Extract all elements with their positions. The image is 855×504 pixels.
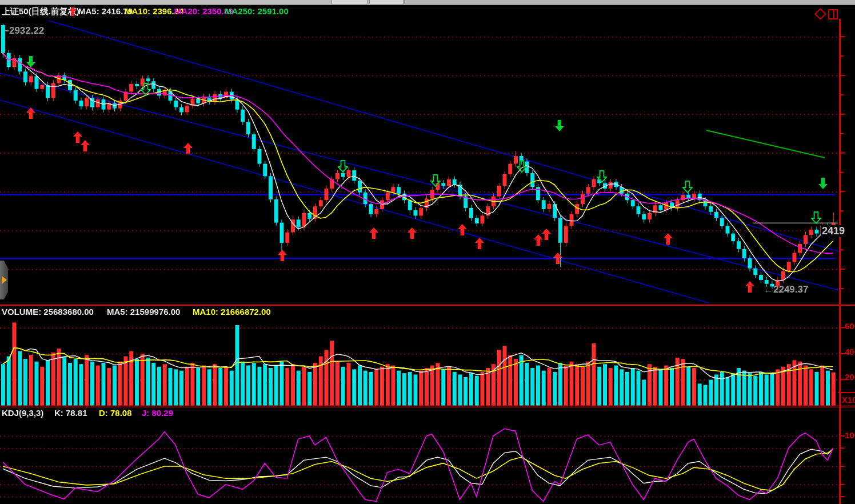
tile-windows-icon[interactable] [828, 9, 838, 19]
expand-arrow-icon [2, 276, 7, 284]
chart-window: 上证50(日线.前复权) MA5: 2416.79 MA10: 2396.34 … [0, 0, 855, 504]
volume-axis-label-6000: 6000 [845, 321, 855, 331]
buy-signal-arrow-icon [664, 233, 674, 245]
toolbar-fragment [404, 0, 855, 4]
buy-signal-arrow-icon [475, 238, 485, 249]
sell-signal-arrow-icon [818, 178, 829, 189]
sell-signal-arrow-icon [26, 56, 37, 67]
sell-signal-arrow-icon [682, 181, 693, 194]
buy-signal-arrow-icon [553, 253, 564, 264]
volume-ma10-value: MA10: 21666872.00 [193, 307, 271, 317]
volume-ma5-value: MA5: 21599976.00 [107, 307, 180, 317]
kdj-d-value: D: 78.08 [99, 408, 132, 418]
sell-signal-arrow-icon [811, 211, 821, 225]
buy-signal-arrow-icon [26, 107, 37, 119]
volume-axis-label-4000: 4000 [845, 347, 855, 357]
toolbar-strip [0, 0, 855, 5]
chart-canvas[interactable] [0, 0, 855, 504]
toolbar-button-fragment [331, 0, 367, 4]
sell-signal-arrow-icon [597, 170, 607, 183]
kdj-j-value: J: 80.29 [142, 408, 173, 418]
sell-signal-arrow-icon [141, 83, 151, 96]
symbol-title: 上证50(日线.前复权) [2, 6, 79, 17]
sell-signal-arrow-icon [517, 160, 527, 173]
buy-signal-arrow-icon [278, 250, 288, 261]
buy-signal-arrow-icon [369, 227, 379, 239]
buy-signal-arrow-icon [542, 229, 552, 240]
buy-signal-arrow-icon [407, 227, 418, 239]
sell-signal-arrow-icon [555, 120, 565, 131]
last-price-label: 2419 [821, 225, 846, 237]
ma250-value: MA250: 2591.00 [225, 6, 289, 16]
buy-signal-arrow-icon [81, 140, 91, 151]
sell-signal-arrow-icon [338, 160, 348, 173]
tile-divider [833, 10, 834, 18]
volume-value: VOLUME: 25683680.00 [2, 307, 94, 317]
volume-unit-label: X10000 [842, 395, 855, 405]
kdj-title: KDJ(9,3,3) [2, 408, 43, 418]
high-price-annotation: ~2932.22 [3, 25, 44, 37]
buy-signal-arrow-icon [183, 143, 194, 154]
low-price-annotation: ←2249.37 [764, 284, 808, 295]
kdj-k-value: K: 78.81 [54, 408, 87, 418]
panel-expander-handle[interactable] [0, 261, 8, 299]
toolbar-button-fragment [369, 0, 403, 4]
sell-signal-arrow-icon [430, 174, 441, 187]
kdj-axis-label-100: 100 [845, 430, 855, 440]
buy-signal-arrow-icon [745, 281, 756, 293]
buy-signal-arrow-icon [458, 224, 468, 235]
up-trend-icon [69, 7, 77, 16]
volume-axis-label-2000: 2000 [845, 372, 855, 382]
